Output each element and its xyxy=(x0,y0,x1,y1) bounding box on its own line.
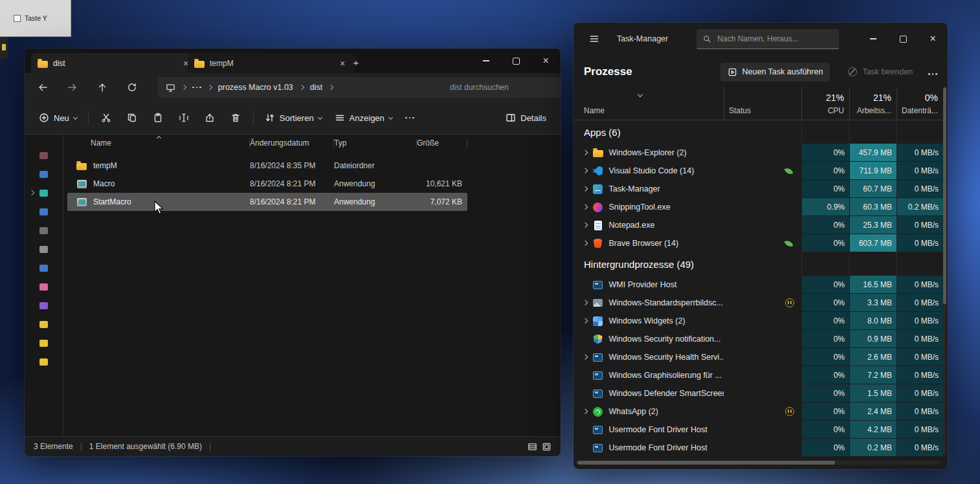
tm-search-input[interactable] xyxy=(716,34,832,44)
rail-item[interactable] xyxy=(39,226,49,234)
new-button[interactable]: Neu xyxy=(32,107,84,128)
forward-button[interactable] xyxy=(61,76,84,98)
file-size: 7,072 KB xyxy=(417,197,467,206)
explorer-search-box[interactable] xyxy=(441,77,561,98)
run-new-task-button[interactable]: Neuen Task ausführen xyxy=(720,63,830,82)
rail-item[interactable] xyxy=(39,283,49,291)
refresh-button[interactable] xyxy=(120,76,144,98)
process-row[interactable]: Windows Graphisolierung für ... 0% 7.2 M… xyxy=(574,366,943,384)
expand-chevron-icon[interactable] xyxy=(28,190,34,195)
rail-item[interactable] xyxy=(39,302,49,309)
rail-item[interactable] xyxy=(39,339,49,347)
checkbox[interactable] xyxy=(14,15,21,22)
process-row[interactable]: Windows Security Health Servi... 0% 2.6 … xyxy=(574,348,943,366)
process-row[interactable]: Windows Widgets (2) 0% 8.0 MB 0 MB/s xyxy=(574,312,943,330)
expand-chevron-icon[interactable] xyxy=(583,241,588,246)
file-row[interactable]: tempM 8/16/2024 8:35 PM Dateiordner xyxy=(67,157,467,175)
column-header-size[interactable]: Größe xyxy=(417,138,467,148)
rail-item[interactable] xyxy=(39,320,49,328)
rail-item[interactable] xyxy=(39,245,49,253)
column-header-date[interactable]: Änderungsdatum xyxy=(250,138,334,148)
minimize-button[interactable] xyxy=(471,49,501,73)
expand-chevron-icon[interactable] xyxy=(583,168,588,173)
rail-item[interactable] xyxy=(39,208,49,215)
tab-tempm[interactable]: tempM xyxy=(188,53,355,73)
cut-button[interactable] xyxy=(93,106,119,129)
paste-button[interactable] xyxy=(145,106,171,129)
collapse-chevron-icon[interactable] xyxy=(638,92,643,97)
tab-dist[interactable]: dist xyxy=(31,53,198,73)
minimize-button[interactable] xyxy=(858,23,888,55)
breadcrumb-ellipsis[interactable] xyxy=(192,87,201,89)
column-header-name[interactable]: Name xyxy=(574,87,724,120)
process-row[interactable]: Windows Defender SmartScreen 0% 1.5 MB 0… xyxy=(574,384,943,402)
file-row[interactable]: Macro 8/16/2024 8:21 PM Anwendung 10,621… xyxy=(67,175,467,193)
horizontal-scrollbar[interactable] xyxy=(576,461,940,465)
column-header-memory[interactable]: 21% Arbeitss... xyxy=(849,87,896,120)
rail-item[interactable] xyxy=(39,358,49,366)
column-header-cpu[interactable]: 21% CPU xyxy=(801,87,849,120)
rename-button[interactable] xyxy=(171,106,197,129)
tab-close-icon[interactable] xyxy=(337,58,348,69)
maximize-button[interactable] xyxy=(888,23,918,55)
close-button[interactable] xyxy=(531,49,561,73)
column-header-status[interactable]: Status xyxy=(724,87,801,120)
process-row[interactable]: Brave Browser (14) 0% 603.7 MB 0 MB/s xyxy=(574,234,943,252)
tm-search-box[interactable] xyxy=(696,29,839,49)
expand-chevron-icon[interactable] xyxy=(583,223,588,228)
rail-item[interactable] xyxy=(39,264,49,272)
expand-chevron-icon[interactable] xyxy=(583,355,588,360)
process-group-header[interactable]: Apps (6) xyxy=(574,120,943,144)
details-view-icon[interactable] xyxy=(528,442,537,452)
menu-icon[interactable] xyxy=(583,28,606,50)
process-group-header[interactable]: Hintergrundprozesse (49) xyxy=(574,252,943,276)
process-row[interactable]: Usermode Font Driver Host 0% 0.2 MB 0 MB… xyxy=(574,439,943,457)
expand-chevron-icon[interactable] xyxy=(583,409,588,414)
up-button[interactable] xyxy=(91,76,114,98)
process-row[interactable]: Windows-Standardsperrbildsc... 0% 3.3 MB… xyxy=(574,294,943,312)
new-tab-button[interactable] xyxy=(348,54,364,70)
pinned-folder-icon xyxy=(39,152,48,159)
details-button[interactable]: Details xyxy=(499,107,553,128)
file-row[interactable]: StartMacro 8/16/2024 8:21 PM Anwendung 7… xyxy=(67,193,467,211)
maximize-button[interactable] xyxy=(501,49,531,73)
process-row[interactable]: Windows Security notification... 0% 0.9 … xyxy=(574,330,943,348)
back-button[interactable] xyxy=(31,76,54,98)
process-row[interactable]: WMI Provider Host 0% 16.5 MB 0 MB/s xyxy=(574,276,943,294)
process-row[interactable]: SnippingTool.exe 0.9% 60.3 MB 0.2 MB/s xyxy=(574,198,943,216)
close-button[interactable] xyxy=(918,23,948,55)
address-bar[interactable]: prozess Macro v1.03 dist xyxy=(158,77,452,98)
share-button[interactable] xyxy=(197,106,223,129)
process-row[interactable]: Task-Manager 0% 60.7 MB 0 MB/s xyxy=(574,180,943,198)
process-row[interactable]: Notepad.exe 0% 25.3 MB 0 MB/s xyxy=(574,216,943,234)
rail-item[interactable] xyxy=(39,189,49,197)
sort-button[interactable]: Sortieren xyxy=(258,107,328,128)
process-row[interactable]: Visual Studio Code (14) 0% 711.9 MB 0 MB… xyxy=(574,162,943,180)
process-row[interactable]: WhatsApp (2) 0% 2.4 MB 0 MB/s xyxy=(574,402,943,421)
tm-more-button[interactable] xyxy=(928,66,937,78)
vertical-scrollbar[interactable] xyxy=(943,87,946,455)
expand-chevron-icon[interactable] xyxy=(583,204,588,210)
expand-chevron-icon[interactable] xyxy=(583,186,588,192)
view-button[interactable]: Anzeigen xyxy=(328,107,399,128)
copy-button[interactable] xyxy=(119,106,145,129)
expand-chevron-icon[interactable] xyxy=(583,150,588,155)
rail-item[interactable] xyxy=(39,170,49,178)
scrollbar-thumb[interactable] xyxy=(577,461,835,465)
toolbar-more-button[interactable] xyxy=(399,106,421,129)
expand-chevron-icon[interactable] xyxy=(583,318,588,324)
expand-chevron-icon[interactable] xyxy=(583,300,588,305)
process-row[interactable]: Windows-Explorer (2) 0% 457.9 MB 0 MB/s xyxy=(574,144,943,162)
brave-icon xyxy=(594,239,603,248)
explorer-search-input[interactable] xyxy=(449,82,561,93)
breadcrumb-segment[interactable]: dist xyxy=(310,83,322,92)
column-header-disk[interactable]: 0% Datenträ... xyxy=(896,87,943,120)
process-row[interactable]: Usermode Font Driver Host 0% 4.2 MB 0 MB… xyxy=(574,421,943,439)
scrollbar-thumb[interactable] xyxy=(943,87,946,304)
end-task-button[interactable]: Task beenden xyxy=(841,63,919,81)
icons-view-icon[interactable] xyxy=(542,442,551,452)
breadcrumb-segment[interactable]: prozess Macro v1.03 xyxy=(218,83,293,92)
rail-item[interactable] xyxy=(39,151,49,159)
delete-button[interactable] xyxy=(223,106,249,129)
column-header-type[interactable]: Typ xyxy=(334,138,417,148)
